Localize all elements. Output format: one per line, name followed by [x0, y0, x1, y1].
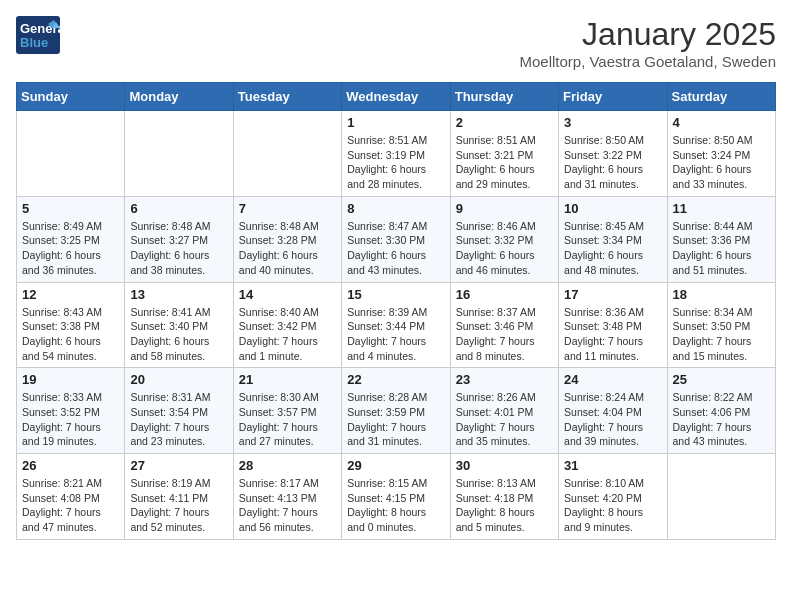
- calendar-cell: 26Sunrise: 8:21 AM Sunset: 4:08 PM Dayli…: [17, 454, 125, 540]
- day-number: 28: [239, 458, 336, 473]
- header-monday: Monday: [125, 83, 233, 111]
- day-info: Sunrise: 8:15 AM Sunset: 4:15 PM Dayligh…: [347, 476, 444, 535]
- svg-text:Blue: Blue: [20, 35, 48, 50]
- calendar-cell: 1Sunrise: 8:51 AM Sunset: 3:19 PM Daylig…: [342, 111, 450, 197]
- day-info: Sunrise: 8:40 AM Sunset: 3:42 PM Dayligh…: [239, 305, 336, 364]
- day-number: 22: [347, 372, 444, 387]
- calendar-cell: 15Sunrise: 8:39 AM Sunset: 3:44 PM Dayli…: [342, 282, 450, 368]
- location-title: Moelltorp, Vaestra Goetaland, Sweden: [519, 53, 776, 70]
- calendar-cell: 22Sunrise: 8:28 AM Sunset: 3:59 PM Dayli…: [342, 368, 450, 454]
- day-info: Sunrise: 8:33 AM Sunset: 3:52 PM Dayligh…: [22, 390, 119, 449]
- day-info: Sunrise: 8:43 AM Sunset: 3:38 PM Dayligh…: [22, 305, 119, 364]
- day-info: Sunrise: 8:17 AM Sunset: 4:13 PM Dayligh…: [239, 476, 336, 535]
- calendar-table: SundayMondayTuesdayWednesdayThursdayFrid…: [16, 82, 776, 540]
- calendar-cell: 23Sunrise: 8:26 AM Sunset: 4:01 PM Dayli…: [450, 368, 558, 454]
- day-info: Sunrise: 8:46 AM Sunset: 3:32 PM Dayligh…: [456, 219, 553, 278]
- day-number: 17: [564, 287, 661, 302]
- day-number: 7: [239, 201, 336, 216]
- day-info: Sunrise: 8:51 AM Sunset: 3:19 PM Dayligh…: [347, 133, 444, 192]
- day-info: Sunrise: 8:19 AM Sunset: 4:11 PM Dayligh…: [130, 476, 227, 535]
- day-number: 13: [130, 287, 227, 302]
- calendar-cell: 29Sunrise: 8:15 AM Sunset: 4:15 PM Dayli…: [342, 454, 450, 540]
- day-info: Sunrise: 8:48 AM Sunset: 3:28 PM Dayligh…: [239, 219, 336, 278]
- calendar-cell: 7Sunrise: 8:48 AM Sunset: 3:28 PM Daylig…: [233, 196, 341, 282]
- calendar-cell: 3Sunrise: 8:50 AM Sunset: 3:22 PM Daylig…: [559, 111, 667, 197]
- header-friday: Friday: [559, 83, 667, 111]
- calendar-cell: 11Sunrise: 8:44 AM Sunset: 3:36 PM Dayli…: [667, 196, 775, 282]
- day-number: 9: [456, 201, 553, 216]
- day-info: Sunrise: 8:21 AM Sunset: 4:08 PM Dayligh…: [22, 476, 119, 535]
- day-info: Sunrise: 8:50 AM Sunset: 3:22 PM Dayligh…: [564, 133, 661, 192]
- calendar-cell: 16Sunrise: 8:37 AM Sunset: 3:46 PM Dayli…: [450, 282, 558, 368]
- calendar-cell: 25Sunrise: 8:22 AM Sunset: 4:06 PM Dayli…: [667, 368, 775, 454]
- day-info: Sunrise: 8:10 AM Sunset: 4:20 PM Dayligh…: [564, 476, 661, 535]
- day-number: 26: [22, 458, 119, 473]
- day-number: 20: [130, 372, 227, 387]
- calendar-cell: 27Sunrise: 8:19 AM Sunset: 4:11 PM Dayli…: [125, 454, 233, 540]
- header-thursday: Thursday: [450, 83, 558, 111]
- day-number: 18: [673, 287, 770, 302]
- day-number: 6: [130, 201, 227, 216]
- title-block: January 2025 Moelltorp, Vaestra Goetalan…: [519, 16, 776, 70]
- day-number: 19: [22, 372, 119, 387]
- day-info: Sunrise: 8:13 AM Sunset: 4:18 PM Dayligh…: [456, 476, 553, 535]
- day-info: Sunrise: 8:30 AM Sunset: 3:57 PM Dayligh…: [239, 390, 336, 449]
- day-info: Sunrise: 8:45 AM Sunset: 3:34 PM Dayligh…: [564, 219, 661, 278]
- day-info: Sunrise: 8:41 AM Sunset: 3:40 PM Dayligh…: [130, 305, 227, 364]
- calendar-cell: 20Sunrise: 8:31 AM Sunset: 3:54 PM Dayli…: [125, 368, 233, 454]
- day-number: 10: [564, 201, 661, 216]
- day-info: Sunrise: 8:44 AM Sunset: 3:36 PM Dayligh…: [673, 219, 770, 278]
- day-number: 4: [673, 115, 770, 130]
- day-number: 27: [130, 458, 227, 473]
- day-info: Sunrise: 8:24 AM Sunset: 4:04 PM Dayligh…: [564, 390, 661, 449]
- day-info: Sunrise: 8:48 AM Sunset: 3:27 PM Dayligh…: [130, 219, 227, 278]
- calendar-cell: 8Sunrise: 8:47 AM Sunset: 3:30 PM Daylig…: [342, 196, 450, 282]
- day-number: 31: [564, 458, 661, 473]
- calendar-cell: [125, 111, 233, 197]
- calendar-cell: 31Sunrise: 8:10 AM Sunset: 4:20 PM Dayli…: [559, 454, 667, 540]
- calendar-cell: 17Sunrise: 8:36 AM Sunset: 3:48 PM Dayli…: [559, 282, 667, 368]
- calendar-header-row: SundayMondayTuesdayWednesdayThursdayFrid…: [17, 83, 776, 111]
- day-number: 1: [347, 115, 444, 130]
- day-number: 3: [564, 115, 661, 130]
- calendar-week-row: 5Sunrise: 8:49 AM Sunset: 3:25 PM Daylig…: [17, 196, 776, 282]
- day-number: 14: [239, 287, 336, 302]
- calendar-cell: 2Sunrise: 8:51 AM Sunset: 3:21 PM Daylig…: [450, 111, 558, 197]
- calendar-cell: [233, 111, 341, 197]
- day-number: 29: [347, 458, 444, 473]
- header-wednesday: Wednesday: [342, 83, 450, 111]
- day-info: Sunrise: 8:22 AM Sunset: 4:06 PM Dayligh…: [673, 390, 770, 449]
- calendar-cell: 13Sunrise: 8:41 AM Sunset: 3:40 PM Dayli…: [125, 282, 233, 368]
- calendar-cell: 5Sunrise: 8:49 AM Sunset: 3:25 PM Daylig…: [17, 196, 125, 282]
- day-info: Sunrise: 8:49 AM Sunset: 3:25 PM Dayligh…: [22, 219, 119, 278]
- day-number: 12: [22, 287, 119, 302]
- calendar-cell: 19Sunrise: 8:33 AM Sunset: 3:52 PM Dayli…: [17, 368, 125, 454]
- day-number: 8: [347, 201, 444, 216]
- day-number: 16: [456, 287, 553, 302]
- day-info: Sunrise: 8:51 AM Sunset: 3:21 PM Dayligh…: [456, 133, 553, 192]
- day-number: 11: [673, 201, 770, 216]
- day-number: 24: [564, 372, 661, 387]
- day-number: 2: [456, 115, 553, 130]
- calendar-cell: 28Sunrise: 8:17 AM Sunset: 4:13 PM Dayli…: [233, 454, 341, 540]
- calendar-week-row: 1Sunrise: 8:51 AM Sunset: 3:19 PM Daylig…: [17, 111, 776, 197]
- page-header: General Blue January 2025 Moelltorp, Vae…: [16, 16, 776, 70]
- calendar-cell: 21Sunrise: 8:30 AM Sunset: 3:57 PM Dayli…: [233, 368, 341, 454]
- day-info: Sunrise: 8:50 AM Sunset: 3:24 PM Dayligh…: [673, 133, 770, 192]
- day-info: Sunrise: 8:31 AM Sunset: 3:54 PM Dayligh…: [130, 390, 227, 449]
- day-info: Sunrise: 8:26 AM Sunset: 4:01 PM Dayligh…: [456, 390, 553, 449]
- calendar-cell: 14Sunrise: 8:40 AM Sunset: 3:42 PM Dayli…: [233, 282, 341, 368]
- day-info: Sunrise: 8:47 AM Sunset: 3:30 PM Dayligh…: [347, 219, 444, 278]
- month-title: January 2025: [519, 16, 776, 53]
- header-tuesday: Tuesday: [233, 83, 341, 111]
- calendar-week-row: 12Sunrise: 8:43 AM Sunset: 3:38 PM Dayli…: [17, 282, 776, 368]
- day-number: 5: [22, 201, 119, 216]
- calendar-cell: 6Sunrise: 8:48 AM Sunset: 3:27 PM Daylig…: [125, 196, 233, 282]
- calendar-cell: 30Sunrise: 8:13 AM Sunset: 4:18 PM Dayli…: [450, 454, 558, 540]
- day-number: 25: [673, 372, 770, 387]
- calendar-week-row: 26Sunrise: 8:21 AM Sunset: 4:08 PM Dayli…: [17, 454, 776, 540]
- day-number: 15: [347, 287, 444, 302]
- calendar-week-row: 19Sunrise: 8:33 AM Sunset: 3:52 PM Dayli…: [17, 368, 776, 454]
- header-saturday: Saturday: [667, 83, 775, 111]
- calendar-cell: 9Sunrise: 8:46 AM Sunset: 3:32 PM Daylig…: [450, 196, 558, 282]
